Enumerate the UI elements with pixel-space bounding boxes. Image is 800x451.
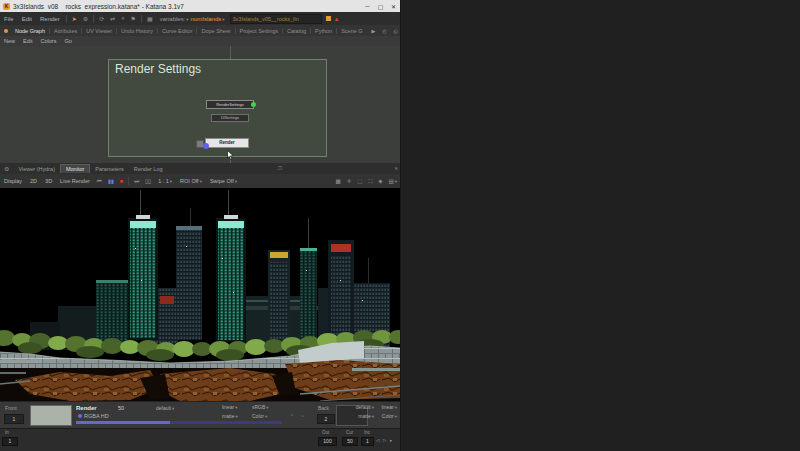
buffer-frame: 50: [118, 405, 124, 411]
ng-menu-go[interactable]: Go: [60, 38, 75, 44]
skip-start-icon[interactable]: ⏮: [94, 178, 105, 185]
timer-icon: ◔: [290, 412, 293, 418]
panel-tab[interactable]: Parameters: [90, 165, 128, 173]
render-icon[interactable]: ▦: [144, 15, 156, 22]
menu-bar: File Edit Render ➤ ⚙ ⟳ ⇄ ⌖ ⚑ ▦ variables…: [0, 12, 400, 26]
node-dlsettings[interactable]: DlSettings: [211, 114, 249, 122]
link-icon[interactable]: ⇄: [107, 15, 118, 22]
main-tab[interactable]: Undo History: [117, 28, 158, 34]
variables-value[interactable]: numIslands: [191, 16, 225, 22]
skip-end-icon[interactable]: ⏭: [131, 178, 142, 185]
refresh-icon[interactable]: ⟳: [96, 15, 107, 22]
pause-icon[interactable]: ▮▮: [105, 178, 117, 184]
panel-tab[interactable]: Render Log: [129, 165, 168, 173]
main-tab[interactable]: UV Viewer: [82, 28, 117, 34]
title-bar[interactable]: K 3x3Islands_v08__rocks_expression.katan…: [0, 0, 400, 12]
linear-dropdown[interactable]: linear: [222, 404, 238, 410]
node-port-green[interactable]: [251, 102, 256, 107]
swipe-dropdown[interactable]: Swipe Off: [206, 178, 241, 184]
main-tab[interactable]: Catalog: [283, 28, 311, 34]
main-tab[interactable]: Python: [311, 28, 337, 34]
hold-icon[interactable]: ▯▯: [142, 178, 154, 184]
front-buffer-thumbnail[interactable]: [30, 405, 72, 426]
minimize-button[interactable]: ─: [361, 3, 374, 9]
main-tab[interactable]: Dope Sheet: [197, 28, 235, 34]
ng-menu-new[interactable]: New: [0, 38, 19, 44]
compare-icon[interactable]: ◈: [375, 178, 385, 184]
in-field[interactable]: 1: [2, 437, 18, 446]
frame-forward-button[interactable]: ▷: [383, 438, 386, 443]
display-menu[interactable]: Display: [0, 178, 26, 184]
front-label: Front: [5, 405, 17, 411]
close-pane-icon[interactable]: ◵: [392, 28, 400, 34]
zoom-ratio-dropdown[interactable]: 1 : 1: [154, 178, 176, 184]
buffer-channel: RGBA HD: [78, 413, 109, 419]
srgb-dropdown[interactable]: sRGB: [252, 404, 269, 410]
monitor-canvas[interactable]: [0, 188, 400, 401]
mode-2d-button[interactable]: 2D: [26, 178, 41, 184]
linear-dropdown-2[interactable]: linear: [382, 404, 398, 410]
main-tab[interactable]: Scene G: [337, 28, 366, 34]
mode-3d-button[interactable]: 3D: [41, 178, 56, 184]
maximize-button[interactable]: ▢: [374, 3, 387, 10]
scene-name-field[interactable]: 3x3Islands_v05__rocks_fin: [230, 14, 322, 24]
menu-render[interactable]: Render: [36, 16, 64, 22]
gear-icon[interactable]: ⚙: [80, 15, 91, 22]
main-tab[interactable]: Node Graph: [11, 28, 50, 34]
panel-tab[interactable]: Monitor: [60, 164, 90, 173]
node-graph-canvas[interactable]: Render Settings RenderSettings DlSetting…: [0, 46, 400, 163]
probe-icon[interactable]: ✛: [344, 178, 355, 184]
menu-edit[interactable]: Edit: [18, 16, 36, 22]
crop-icon[interactable]: ⬚: [354, 178, 365, 184]
variables-label[interactable]: variables:: [160, 16, 189, 22]
warning-icon[interactable]: ▲: [334, 16, 340, 22]
pointer-icon[interactable]: ➤: [69, 15, 80, 22]
main-tab[interactable]: Attributes: [50, 28, 82, 34]
frame-back-button[interactable]: ◁: [376, 438, 379, 443]
back-buffer-field[interactable]: 2: [317, 414, 335, 424]
checker-icon[interactable]: ▦: [332, 178, 343, 184]
flag-icon[interactable]: ⚑: [128, 15, 139, 22]
out-label: Out: [322, 430, 329, 435]
snap-icon[interactable]: ⌖: [118, 15, 127, 22]
play-button[interactable]: ▸: [390, 438, 392, 443]
fullscreen-icon[interactable]: ⛶: [365, 178, 375, 185]
roi-dropdown[interactable]: ROI Off: [176, 178, 206, 184]
close-button[interactable]: ✕: [387, 3, 400, 10]
thumbnail-menu-icon[interactable]: ▤: [386, 178, 400, 184]
front-buffer-field[interactable]: 1: [4, 414, 24, 424]
ng-menu-edit[interactable]: Edit: [19, 38, 36, 44]
mouse-cursor: [227, 150, 234, 160]
back-label: Back: [318, 405, 329, 411]
live-render-button[interactable]: Live Render: [56, 178, 94, 184]
matte-dropdown-2[interactable]: matte: [358, 413, 374, 419]
divider: [66, 15, 67, 23]
view-transform-dropdown[interactable]: default: [156, 405, 174, 411]
panel-gear-icon[interactable]: ⚙: [4, 165, 9, 172]
color-dropdown[interactable]: Color: [252, 413, 267, 419]
stop-icon[interactable]: ■: [117, 178, 126, 184]
window-title: 3x3Islands_v08__rocks_expression.katana*…: [13, 3, 361, 10]
ng-menu-colors[interactable]: Colors: [37, 38, 61, 44]
out-field[interactable]: 100: [318, 437, 337, 446]
main-tab[interactable]: Curve Editor: [158, 28, 198, 34]
swap-buffers-icon[interactable]: ⇔: [300, 412, 305, 418]
in-label: In: [5, 430, 9, 435]
view-transform-dropdown-2[interactable]: default: [356, 404, 374, 410]
tab-overflow-icon[interactable]: ▶: [370, 28, 378, 34]
split-pane-icon[interactable]: ◴: [380, 28, 388, 34]
detach-pane-icon[interactable]: ❐: [276, 166, 284, 171]
current-frame-field[interactable]: 50: [342, 437, 358, 446]
panel-tab[interactable]: Viewer (Hydra): [13, 165, 60, 173]
node-render[interactable]: Render: [205, 138, 249, 148]
node-rendersettings[interactable]: RenderSettings: [206, 100, 254, 109]
matte-dropdown[interactable]: matte: [222, 413, 238, 419]
increment-field[interactable]: 1: [361, 437, 374, 446]
node-port-blue[interactable]: [203, 143, 209, 149]
divider: [128, 177, 129, 185]
color-dropdown-2[interactable]: Color: [382, 413, 397, 419]
close-pane-icon[interactable]: ✕: [392, 166, 400, 171]
main-tab[interactable]: Project Settings: [236, 28, 284, 34]
menu-file[interactable]: File: [0, 16, 18, 22]
monitor-buffer-strip: Front 1 Render 50 default linear sRGB ma…: [0, 401, 400, 429]
